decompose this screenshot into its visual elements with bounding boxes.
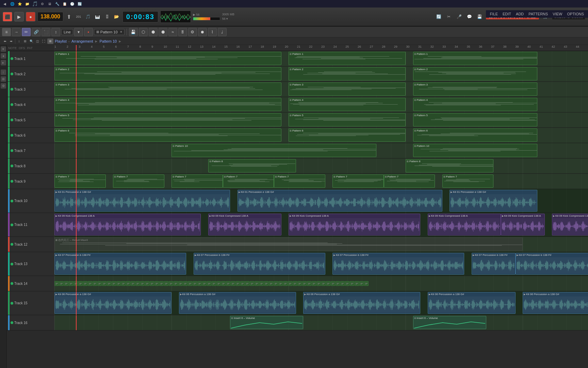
track-mute-4[interactable] (11, 103, 13, 106)
nav-icon[interactable]: ⭐ (16, 1, 23, 7)
pattern-block-9-6[interactable]: ⊞Pattern 7 (384, 174, 435, 188)
pattern-block-8-0[interactable]: ⊞Pattern 8 (208, 159, 296, 172)
track14-chip-24[interactable]: 3P (169, 281, 173, 286)
track-info-2[interactable]: Track 2 (7, 66, 54, 81)
pattern-block-1-0[interactable]: ⊞Pattern 1 (54, 52, 281, 65)
pattern-block-11-0[interactable]: ▶Kit 09 Kick Compressed 138 A (54, 214, 201, 235)
load-btn[interactable]: ⬡ (139, 28, 148, 36)
pattern-block-10-1[interactable]: ▶Kit 01 Percussion e 138 G# (238, 190, 442, 212)
track14-chip-28[interactable]: 3P (188, 281, 192, 286)
save-btn[interactable]: 💾 (129, 28, 138, 36)
cut-icon[interactable]: ✂ (445, 13, 453, 20)
track14-chip-0[interactable]: 3P (54, 281, 59, 286)
track-info-13[interactable]: Track 13 (7, 252, 54, 276)
piano-icon[interactable]: 🎹 (94, 13, 101, 20)
track-content-10[interactable]: ▶Kit 01 Percussion e 138 G#▶Kit 01 Percu… (54, 189, 588, 213)
pattern-block-1-2[interactable]: ⊞Pattern 1 (413, 52, 538, 65)
pattern-block-3-1[interactable]: ⊞Pattern 3 (289, 82, 406, 96)
track-info-4[interactable]: Track 4 (7, 97, 54, 112)
track14-chip-63[interactable]: 3P (355, 281, 359, 286)
plugin-btn[interactable]: ⚙ (188, 28, 197, 36)
track-content-6[interactable]: ⊞Pattern 6⊞Pattern 6⊞Pattern 6 (54, 128, 588, 143)
pattern-block-5-2[interactable]: ⊞Pattern 5 (413, 113, 538, 126)
reload-icon[interactable]: 🔄 (76, 1, 83, 7)
pattern-block-13-0[interactable]: ▶Kit 07 Percussion b 138 F# (54, 253, 186, 275)
clock-icon[interactable]: 🕐 (69, 1, 76, 7)
forward-icon[interactable]: 🌐 (9, 1, 16, 7)
breadcrumb-arrangement[interactable]: Arrangement (71, 39, 93, 43)
bc-icon2[interactable]: ⊞ (23, 39, 28, 44)
track14-chip-50[interactable]: 3P (293, 281, 297, 286)
breadcrumb-fwd-icon[interactable]: ➡ (9, 39, 14, 44)
menu-file[interactable]: FILE (490, 12, 498, 16)
track-mute-8[interactable] (11, 165, 13, 167)
track14-chip-6[interactable]: 3P (83, 281, 87, 286)
pattern-block-5-1[interactable]: ⊞Pattern 5 (289, 113, 406, 126)
track14-chip-45[interactable]: 3P (269, 281, 273, 286)
pattern-block-11-1[interactable]: ▶Kit 09 Kick Compressed 138 A (208, 214, 281, 235)
track-info-7[interactable]: Track 7 (7, 143, 54, 158)
track14-chip-7[interactable]: 3P (88, 281, 92, 286)
wave-btn[interactable]: ⌇ (208, 28, 217, 36)
track-content-15[interactable]: ▶Kit 06 Percussion a 138 G#▶Kit 06 Percu… (54, 291, 588, 315)
sidebar-icon-1[interactable]: ▾ (1, 46, 6, 52)
pattern-block-11-2[interactable]: ▶Kit 09 Kick Compressed 138 A (289, 214, 420, 235)
save-icon[interactable]: 💾 (476, 13, 483, 20)
track-mute-3[interactable] (11, 88, 13, 91)
sidebar-icon-6[interactable]: ⚙ (1, 83, 6, 89)
pattern-block-2-0[interactable]: ⊞Pattern 2 (54, 67, 281, 80)
track14-chip-5[interactable]: 3P (78, 281, 83, 286)
track14-chip-2[interactable]: 3P (64, 281, 68, 286)
track14-chip-48[interactable]: 3P (283, 281, 288, 286)
app-icon[interactable]: 🎵 (31, 1, 38, 7)
track-mute-10[interactable] (11, 200, 13, 202)
pattern-block-4-0[interactable]: ⊞Pattern 4 (54, 98, 281, 111)
track-content-16[interactable]: ⊞Insert 6 – Volume⊞Insert 6 – Volume (54, 315, 588, 330)
track-info-16[interactable]: Track 16 (7, 315, 54, 330)
track14-chip-40[interactable]: 3P (245, 281, 249, 286)
track-mute-2[interactable] (11, 73, 13, 75)
bc-icon5[interactable]: ⛶ (41, 39, 46, 44)
mic-icon[interactable]: 🎤 (455, 13, 463, 20)
tool1-icon[interactable]: 🔧 (54, 1, 61, 7)
track14-chip-11[interactable]: 3P (107, 281, 111, 286)
track14-chip-37[interactable]: 3P (231, 281, 235, 286)
step-down-icon[interactable]: 201 (75, 13, 82, 20)
pattern-block-13-2[interactable]: ▶Kit 07 Percussion b 138 F# (332, 253, 464, 275)
note-btn[interactable]: ♩ (218, 28, 227, 36)
pattern-block-15-2[interactable]: ▶Kit 06 Percussion a 138 G# (303, 292, 420, 314)
track-mute-12[interactable] (11, 243, 13, 246)
track14-chip-33[interactable]: 3P (212, 281, 216, 286)
track14-chip-18[interactable]: 3P (140, 281, 145, 286)
track14-chip-25[interactable]: 3P (174, 281, 178, 286)
pattern-block-11-4[interactable]: ▶Kit 09 Kick Compressed 138 A (501, 214, 545, 235)
pattern-block-13-3[interactable]: ▶Kit 07 Percussion b 138 F# (472, 253, 516, 275)
stamp-btn[interactable]: ⬛ (42, 28, 50, 36)
line-dropdown[interactable]: ▾ (74, 28, 83, 36)
tool2-icon[interactable]: 📋 (61, 1, 68, 7)
sidebar-icon-2[interactable]: ◂ (1, 53, 6, 59)
pattern-block-1-1[interactable]: ⊞Pattern 1 (289, 52, 406, 65)
rec-mode-btn[interactable]: ● (84, 28, 93, 36)
track-info-14[interactable]: Track 14 (7, 276, 54, 291)
track-content-5[interactable]: ⊞Pattern 5⊞Pattern 5⊞Pattern 5 (54, 112, 588, 127)
stop-button[interactable]: ⬛ (3, 12, 12, 21)
pattern-block-4-1[interactable]: ⊞Pattern 4 (289, 98, 406, 111)
track14-chip-57[interactable]: 3P (326, 281, 330, 286)
pattern-block-4-2[interactable]: ⊞Pattern 4 (413, 98, 538, 111)
record-btn2[interactable]: ⏺ (198, 28, 207, 36)
track14-chip-51[interactable]: 3P (297, 281, 302, 286)
track-mute-16[interactable] (11, 321, 13, 324)
track14-chip-41[interactable]: 3P (250, 281, 254, 286)
track14-chip-19[interactable]: 3P (145, 281, 149, 286)
pattern-block-13-4[interactable]: ▶Kit 07 Percussion b 138 F# (516, 253, 588, 275)
track14-chip-62[interactable]: 3P (350, 281, 354, 286)
select-btn[interactable]: 🔗 (32, 28, 40, 36)
track14-chip-43[interactable]: 3P (259, 281, 264, 286)
menu-patterns[interactable]: PaTTErns (528, 12, 548, 16)
bpm-display[interactable]: 138.000 (37, 12, 63, 21)
chat-icon[interactable]: 💬 (466, 13, 473, 20)
track-content-3[interactable]: ⊞Pattern 3⊞Pattern 3⊞Pattern 3 (54, 82, 588, 97)
prop-btn[interactable]: 🎚 (178, 28, 187, 36)
record-button[interactable]: ● (26, 12, 35, 21)
